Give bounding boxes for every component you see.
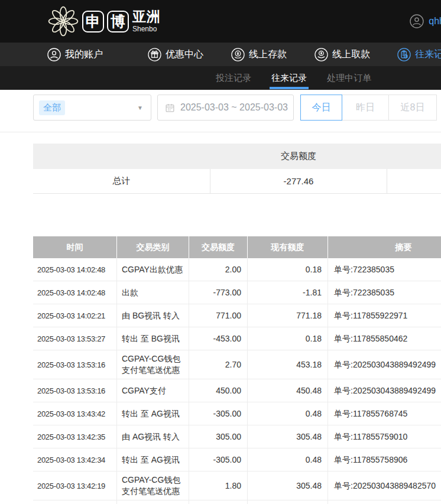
username-label: qhh (429, 16, 441, 27)
cell-amount: 1.80 (189, 472, 247, 500)
cell-summary: 单号:117855758906 (327, 448, 441, 471)
filter-bar: 全部 ▼ 2025-03-03 ~ 2025-03-03 今日 昨日 近8日 (0, 90, 441, 132)
nav-item-label: 线上存款 (249, 48, 287, 61)
cell-summary: 单号:117855759010 (327, 425, 441, 448)
table-row: 2025-03-03 14:02:48 CGPAY出款优惠 2.00 0.18 … (33, 258, 441, 281)
records-icon (397, 48, 411, 61)
summary-table-header: 交易额度 (33, 144, 441, 169)
summary-amount-header: 交易额度 (210, 151, 387, 162)
category-select[interactable]: 全部 ▼ (33, 95, 151, 121)
table-row: 2025-03-03 14:02:21 由 BG视讯 转入 771.00 771… (33, 304, 441, 327)
cell-summary: 单号:722385035 (327, 281, 441, 304)
nav-item-promotions[interactable]: 优惠中心 (148, 48, 203, 61)
cell-amount: 450.00 (189, 379, 247, 402)
cell-balance: 303.68 (247, 500, 327, 504)
cell-type: CGPAY-CG钱包支付笔笔送优惠 (116, 350, 189, 379)
nav-item-label: 往来记录 (415, 48, 441, 61)
quick-date-buttons: 今日 昨日 近8日 (300, 95, 437, 121)
cell-summary: 单号:202503043889482570 (327, 472, 441, 500)
nav-item-transactions[interactable]: 往来记录 (397, 48, 441, 61)
table-row: 2025-03-03 14:02:48 出款 -773.00 -1.81 单号:… (33, 281, 441, 304)
brand-char-2: 博 (107, 11, 129, 32)
column-header-balance: 现有额度 (247, 236, 327, 258)
yesterday-button[interactable]: 昨日 (342, 95, 389, 121)
calendar-icon (165, 103, 175, 113)
cell-time: 2025-03-03 13:42:34 (33, 448, 116, 471)
cell-time: 2025-03-03 13:42:19 (33, 500, 116, 504)
main-nav: 我的账户 优惠中心 线上存款 线上取款 往来记录 (0, 43, 441, 66)
flower-logo-icon (47, 5, 79, 37)
brand-subtitle: Shenbo (132, 25, 161, 32)
cell-time: 2025-03-03 14:02:21 (33, 304, 116, 327)
table-row: 2025-03-03 13:53:16 CGPAY支付 450.00 450.4… (33, 379, 441, 402)
transactions-table-body: 2025-03-03 14:02:48 CGPAY出款优惠 2.00 0.18 … (33, 258, 441, 504)
table-row: 2025-03-03 13:42:35 由 AG视讯 转入 305.00 305… (33, 425, 441, 448)
today-button[interactable]: 今日 (300, 95, 342, 121)
transactions-table-header: 时间 交易类别 交易额度 现有额度 摘要 (33, 236, 441, 258)
summary-total-row: 总计 -277.46 (33, 169, 441, 194)
cell-time: 2025-03-03 13:42:19 (33, 472, 116, 500)
last-8-days-button[interactable]: 近8日 (388, 95, 437, 121)
cell-amount: 300.00 (189, 500, 247, 504)
cell-summary: 单号:117855768745 (327, 402, 441, 425)
column-header-type: 交易类别 (116, 236, 189, 258)
tab-transaction-records[interactable]: 往来记录 (271, 66, 307, 90)
cell-time: 2025-03-03 13:53:16 (33, 379, 116, 402)
chevron-down-icon: ▼ (137, 105, 143, 111)
cell-type: 由 AG视讯 转入 (116, 425, 189, 448)
table-row: 2025-03-03 13:53:27 转出 至 BG视讯 -453.00 0.… (33, 327, 441, 350)
cell-type: CGPAY支付 (116, 500, 189, 504)
cell-balance: 450.48 (247, 379, 327, 402)
withdraw-money-icon (314, 48, 328, 61)
cell-type: CGPAY-CG钱包支付笔笔送优惠 (116, 472, 189, 500)
summary-table: 交易额度 总计 -277.46 (33, 144, 441, 194)
nav-item-withdraw[interactable]: 线上取款 (314, 48, 370, 61)
cell-type: 转出 至 BG视讯 (116, 327, 189, 350)
cell-summary: 单号:202503043889492499 (327, 350, 441, 379)
cell-summary: 单号:722385035 (327, 258, 441, 281)
table-row: 2025-03-03 13:53:16 CGPAY-CG钱包支付笔笔送优惠 2.… (33, 350, 441, 379)
cell-time: 2025-03-03 13:43:42 (33, 402, 116, 425)
cell-amount: 771.00 (189, 304, 247, 327)
brand-region: 亚洲 (132, 10, 161, 24)
brand-text: 亚洲 Shenbo (132, 10, 161, 32)
cell-amount: 2.70 (189, 350, 247, 379)
cell-summary: 单号:117855850462 (327, 327, 441, 350)
date-range-input[interactable]: 2025-03-03 ~ 2025-03-03 (157, 95, 294, 121)
avatar-icon (410, 14, 424, 28)
summary-total-value: -277.46 (210, 169, 387, 193)
cell-time: 2025-03-03 13:53:16 (33, 350, 116, 379)
transactions-page: { "colors": { "accent_blue": "#4d9ff0", … (0, 0, 441, 504)
user-account-area[interactable]: qhh (410, 0, 441, 43)
cell-type: CGPAY出款优惠 (116, 258, 189, 281)
cell-amount: 2.00 (189, 258, 247, 281)
nav-item-label: 我的账户 (65, 48, 103, 61)
cell-balance: 0.18 (247, 327, 327, 350)
table-row: 2025-03-03 13:42:19 CGPAY支付 300.00 303.6… (33, 500, 441, 504)
table-row: 2025-03-03 13:42:34 转出 至 AG视讯 -305.00 0.… (33, 448, 441, 472)
cell-time: 2025-03-03 14:02:48 (33, 258, 116, 281)
column-header-amount: 交易额度 (189, 236, 247, 258)
column-header-summary: 摘要 (327, 236, 441, 258)
nav-item-my-account[interactable]: 我的账户 (47, 48, 103, 61)
cell-amount: -453.00 (189, 327, 247, 350)
nav-item-deposit[interactable]: 线上存款 (231, 48, 287, 61)
nav-item-label: 线上取款 (332, 48, 370, 61)
cell-time: 2025-03-03 13:53:27 (33, 327, 116, 350)
category-selected-value: 全部 (39, 100, 65, 115)
column-header-time: 时间 (33, 236, 116, 258)
cell-amount: -305.00 (189, 448, 247, 471)
brand-logo[interactable]: 申 博 亚洲 Shenbo (47, 5, 161, 37)
sub-nav: 投注记录 往来记录 处理中订单 (0, 66, 441, 90)
tab-betting-records[interactable]: 投注记录 (216, 66, 251, 90)
user-icon (47, 48, 61, 61)
brand-char-1: 申 (82, 11, 104, 32)
cell-balance: 0.18 (247, 258, 327, 281)
cell-balance: 453.18 (247, 350, 327, 379)
summary-empty-cell (387, 169, 441, 193)
tab-pending-orders[interactable]: 处理中订单 (327, 66, 371, 90)
cell-balance: 0.48 (247, 402, 327, 425)
nav-item-label: 优惠中心 (166, 48, 203, 61)
cell-amount: -773.00 (189, 281, 247, 304)
cell-type: 转出 至 AG视讯 (116, 448, 189, 471)
